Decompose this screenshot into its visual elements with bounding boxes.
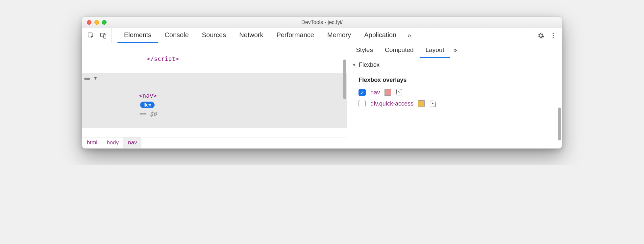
- dom-scrollbar[interactable]: [343, 60, 346, 99]
- dom-node-a[interactable]: <a id="logo" href="/">Page title</a>: [82, 128, 347, 137]
- side-tab-styles[interactable]: Styles: [350, 43, 379, 58]
- panels: </script> <nav> flex == $0 <a id="logo" …: [82, 43, 562, 148]
- overlay-checkbox-quick-access[interactable]: [359, 100, 366, 107]
- flexbox-overlays-heading: Flexbox overlays: [347, 72, 562, 87]
- dom-node-nav[interactable]: <nav> flex == $0: [82, 73, 347, 128]
- crumb-body[interactable]: body: [102, 137, 123, 148]
- main-tabs: Elements Console Sources Network Perform…: [111, 28, 532, 43]
- flexbox-section-header[interactable]: ▼ Flexbox: [347, 58, 562, 72]
- tab-performance[interactable]: Performance: [270, 28, 321, 43]
- tab-elements[interactable]: Elements: [117, 28, 158, 43]
- dom-tree[interactable]: </script> <nav> flex == $0 <a id="logo" …: [82, 43, 347, 137]
- window-controls: [87, 20, 107, 25]
- selected-node-indicator: == $0: [139, 110, 157, 117]
- devtools-window: DevTools - jec.fyi/ Elements Console Sou…: [82, 16, 562, 149]
- tab-sources[interactable]: Sources: [195, 28, 233, 43]
- crumb-html[interactable]: html: [82, 137, 102, 148]
- layout-pane: ▼ Flexbox Flexbox overlays nav: [347, 58, 562, 148]
- overlay-name[interactable]: nav: [370, 89, 380, 96]
- device-toggle-icon[interactable]: [99, 32, 107, 39]
- flex-editor-icon[interactable]: [429, 100, 436, 107]
- svg-point-5: [553, 37, 554, 38]
- tab-console[interactable]: Console: [158, 28, 195, 43]
- kebab-menu-icon[interactable]: [549, 32, 557, 39]
- expand-toggle-icon[interactable]: [94, 73, 97, 83]
- svg-point-3: [553, 33, 554, 34]
- side-tab-layout[interactable]: Layout: [420, 43, 450, 58]
- breadcrumb: html body nav: [82, 137, 347, 148]
- main-toolbar: Elements Console Sources Network Perform…: [82, 28, 562, 43]
- minimize-window-icon[interactable]: [94, 20, 99, 25]
- toolbar-right-group: [532, 28, 559, 43]
- disclosure-triangle-icon: ▼: [352, 62, 356, 67]
- side-tab-computed[interactable]: Computed: [379, 43, 420, 58]
- side-tabs-overflow-icon[interactable]: »: [450, 43, 460, 58]
- overlay-checkbox-nav[interactable]: [359, 89, 366, 96]
- maximize-window-icon[interactable]: [102, 20, 107, 25]
- svg-rect-2: [104, 34, 106, 38]
- window-title: DevTools - jec.fyi/: [82, 19, 562, 25]
- svg-point-4: [553, 35, 554, 36]
- crumb-nav[interactable]: nav: [123, 137, 141, 148]
- titlebar: DevTools - jec.fyi/: [82, 17, 562, 28]
- overlay-color-swatch[interactable]: [418, 100, 425, 107]
- elements-panel: </script> <nav> flex == $0 <a id="logo" …: [82, 43, 347, 148]
- dom-node-script-close[interactable]: </script>: [82, 45, 347, 73]
- tab-memory[interactable]: Memory: [321, 28, 358, 43]
- settings-gear-icon[interactable]: [537, 32, 545, 39]
- overlay-color-swatch[interactable]: [384, 89, 391, 96]
- overlay-name[interactable]: div.quick-access: [370, 100, 413, 107]
- tab-application[interactable]: Application: [358, 28, 403, 43]
- inspect-element-icon[interactable]: [87, 32, 95, 39]
- side-tabs: Styles Computed Layout »: [347, 43, 562, 58]
- overlay-row-nav: nav: [347, 87, 562, 98]
- tabs-overflow-icon[interactable]: »: [403, 28, 416, 43]
- flex-badge[interactable]: flex: [140, 102, 154, 108]
- close-window-icon[interactable]: [87, 20, 91, 25]
- overlay-row-quick-access: div.quick-access: [347, 98, 562, 109]
- flex-editor-icon[interactable]: [396, 89, 403, 96]
- styles-side-panel: Styles Computed Layout » ▼ Flexbox Flexb…: [347, 43, 562, 148]
- side-scrollbar[interactable]: [558, 108, 561, 140]
- toolbar-left-group: [85, 28, 111, 43]
- tab-network[interactable]: Network: [233, 28, 270, 43]
- section-title: Flexbox: [359, 61, 380, 68]
